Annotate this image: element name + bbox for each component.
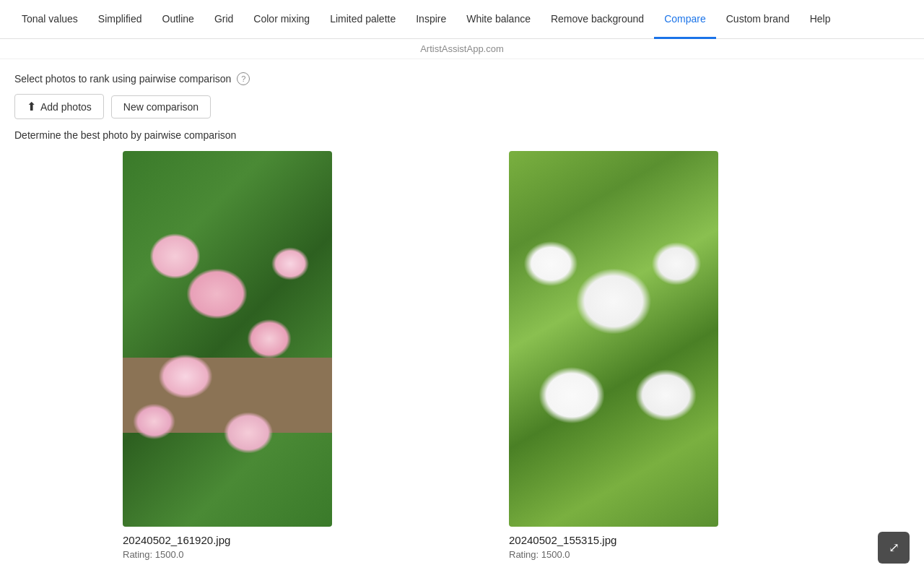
photo-filename-right: 20240502_155315.jpg <box>509 534 718 546</box>
photo-rating-right: Rating: 1500.0 <box>509 549 718 560</box>
nav-item-color-mixing[interactable]: Color mixing <box>243 0 320 39</box>
new-comparison-button[interactable]: New comparison <box>111 95 211 118</box>
nav-item-inspire[interactable]: Inspire <box>406 0 456 39</box>
add-photos-button[interactable]: ⬆ Add photos <box>14 94 104 119</box>
photo-rating-left: Rating: 1500.0 <box>123 549 332 560</box>
actions-row: ⬆ Add photos New comparison <box>14 94 910 119</box>
select-photos-label: Select photos to rank using pairwise com… <box>14 73 231 85</box>
photo-card-right[interactable]: 20240502_155315.jpg Rating: 1500.0 <box>509 151 718 563</box>
nav-item-remove-background[interactable]: Remove background <box>541 0 654 39</box>
photo-filename-left: 20240502_161920.jpg <box>123 534 332 546</box>
help-icon[interactable]: ? <box>237 72 250 85</box>
add-photos-label: Add photos <box>40 101 92 113</box>
nav-item-outline[interactable]: Outline <box>152 0 204 39</box>
new-comparison-label: New comparison <box>123 101 199 113</box>
nav-item-simplified[interactable]: Simplified <box>88 0 152 39</box>
nav-item-tonal-values[interactable]: Tonal values <box>12 0 88 39</box>
upload-icon: ⬆ <box>27 100 36 113</box>
photo-info-left: 20240502_161920.jpg Rating: 1500.0 <box>123 527 332 563</box>
nav-item-custom-brand[interactable]: Custom brand <box>716 0 800 39</box>
determine-label: Determine the best photo by pairwise com… <box>14 129 910 141</box>
photo-right-background <box>509 151 718 527</box>
fullscreen-icon: ⤢ <box>889 540 899 556</box>
photos-grid: 20240502_161920.jpg Rating: 1500.0 20240… <box>14 151 910 563</box>
photo-image-right[interactable] <box>509 151 718 527</box>
main-content: Select photos to rank using pairwise com… <box>0 59 924 563</box>
main-nav: Tonal valuesSimplifiedOutlineGridColor m… <box>0 0 924 39</box>
nav-item-grid[interactable]: Grid <box>204 0 243 39</box>
nav-item-help[interactable]: Help <box>800 0 841 39</box>
nav-item-limited-palette[interactable]: Limited palette <box>320 0 406 39</box>
nav-item-white-balance[interactable]: White balance <box>456 0 541 39</box>
site-subtitle: ArtistAssistApp.com <box>0 39 924 59</box>
photo-left-background <box>123 151 332 527</box>
photo-card-left[interactable]: 20240502_161920.jpg Rating: 1500.0 <box>123 151 332 563</box>
select-photos-row: Select photos to rank using pairwise com… <box>14 72 910 85</box>
photo-info-right: 20240502_155315.jpg Rating: 1500.0 <box>509 527 718 563</box>
nav-item-compare[interactable]: Compare <box>654 0 716 39</box>
fullscreen-button[interactable]: ⤢ <box>878 532 910 564</box>
photo-image-left[interactable] <box>123 151 332 527</box>
